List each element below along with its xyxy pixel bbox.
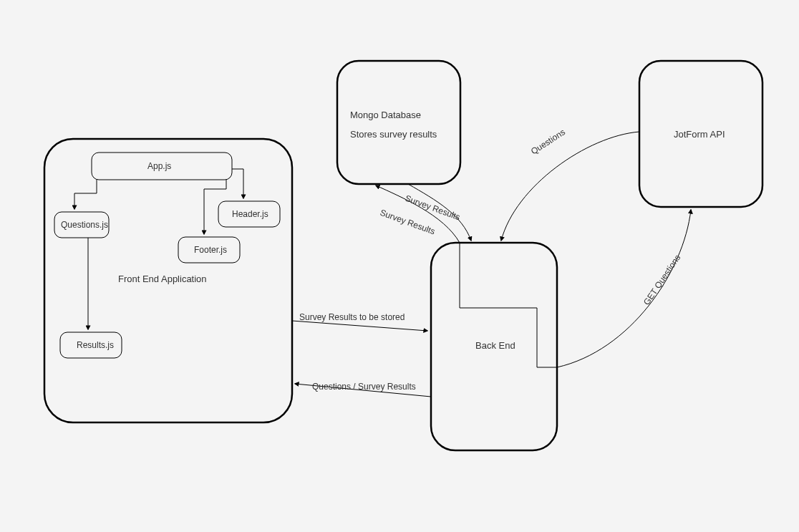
results-js-label: Results.js	[77, 340, 114, 350]
edge-fe-to-be	[292, 321, 427, 331]
edge-app-to-header	[232, 169, 243, 198]
edge-be-to-jot-label: GET Questions	[641, 253, 682, 307]
edge-jot-to-be-label: Questions	[529, 127, 567, 156]
backend-label: Back End	[475, 340, 515, 351]
jotform-label: JotForm API	[674, 129, 725, 140]
edge-app-to-footer	[204, 180, 226, 234]
mongo-node	[337, 61, 460, 184]
edge-be-to-jot	[557, 210, 691, 367]
mongo-label-1: Mongo Database	[350, 110, 421, 120]
edge-fe-to-be-label: Survey Results to be stored	[299, 312, 405, 322]
mongo-label-2: Stores survey results	[350, 129, 437, 140]
footer-js-label: Footer.js	[194, 245, 227, 255]
edge-app-to-questions	[74, 180, 97, 209]
edge-jot-to-be	[501, 132, 639, 241]
questions-js-label: Questions.js	[61, 220, 108, 230]
edge-be-to-fe-label: Questions / Survey Results	[312, 382, 416, 392]
app-js-label: App.js	[147, 161, 171, 171]
frontend-label: Front End Application	[118, 274, 207, 284]
header-js-label: Header.js	[232, 209, 268, 219]
